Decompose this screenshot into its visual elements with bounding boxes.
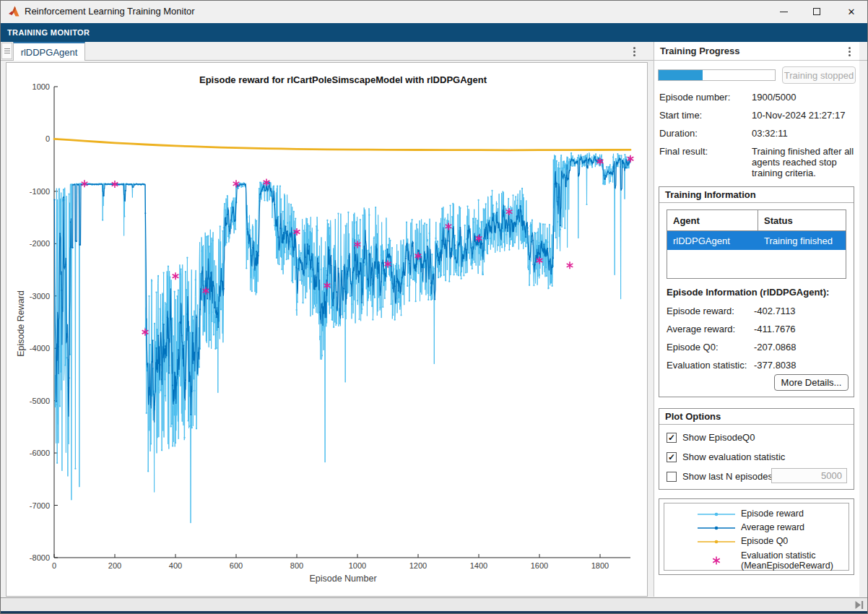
final-result-row: Final result: Training finished after al… — [659, 146, 856, 178]
episode-number-value: 1900/5000 — [752, 92, 856, 103]
svg-text:1000: 1000 — [349, 561, 366, 570]
average-reward-row: Average reward: -411.7676 — [667, 324, 849, 334]
agent-status-table: Agent Status rlDDPGAgentTraining finishe… — [667, 209, 846, 279]
start-time-value: 10-Nov-2024 21:27:17 — [752, 110, 856, 121]
duration-value: 03:32:11 — [752, 128, 856, 139]
episode-reward-row: Episode reward: -402.7113 — [667, 306, 849, 316]
status-column-header: Status — [758, 210, 846, 230]
last-n-episodes-input[interactable] — [771, 468, 847, 483]
legend-item-label: Episode reward — [741, 509, 804, 519]
tab-actions-menu-icon[interactable] — [629, 45, 639, 58]
close-icon: ✕ — [848, 7, 856, 17]
evaluation-statistic-row: Evaluation statistic: -377.8038 — [667, 360, 849, 371]
svg-text:1200: 1200 — [409, 561, 427, 570]
svg-text:400: 400 — [169, 561, 182, 570]
legend-box: Episode rewardAverage rewardEpisode Q0 E… — [664, 503, 849, 571]
svg-text:Episode reward for rlCartPoleS: Episode reward for rlCartPoleSimscapeMod… — [199, 74, 487, 85]
svg-text:-5000: -5000 — [30, 397, 50, 405]
final-result-value: Training finished after all agents reach… — [752, 146, 856, 178]
svg-text:1400: 1400 — [470, 561, 487, 570]
plot-option-show-last-n-episodes[interactable]: Show last N episodes — [667, 471, 773, 482]
svg-text:-4000: -4000 — [30, 344, 50, 353]
svg-text:-3000: -3000 — [30, 292, 50, 300]
close-button[interactable]: ✕ — [835, 0, 868, 23]
svg-text:Episode Reward: Episode Reward — [16, 290, 26, 357]
duration-label: Duration: — [659, 128, 752, 139]
training-progress-panel: Training Progress Training stopped Episo… — [654, 42, 859, 597]
plot-option-show-episodeq0[interactable]: ✓Show EpisodeQ0 — [667, 432, 755, 443]
svg-text:1600: 1600 — [531, 561, 548, 570]
training-plot-panel: Episode reward for rlCartPoleSimscapeMod… — [6, 62, 648, 597]
panel-actions-menu-icon[interactable] — [845, 46, 854, 58]
training-progress-header: Training Progress — [654, 42, 859, 61]
training-progress-bar — [658, 69, 776, 81]
window-title: Reinforcement Learning Training Monitor — [25, 0, 195, 23]
minimize-button[interactable] — [767, 0, 800, 23]
window-bottom-edge — [0, 611, 868, 614]
checkbox-checked-icon[interactable]: ✓ — [667, 452, 677, 462]
tab-rlddpgagent[interactable]: rlDDPGAgent — [13, 42, 85, 61]
episode-reward-value: -402.7113 — [754, 306, 796, 316]
training-information-panel: Training Information Agent Status rlDDPG… — [659, 186, 854, 397]
checkbox-unchecked-icon[interactable] — [667, 472, 677, 482]
agent-column-header: Agent — [667, 215, 758, 226]
svg-text:1000: 1000 — [32, 82, 50, 91]
svg-text:1800: 1800 — [591, 561, 609, 570]
average-reward-value: -411.7676 — [754, 324, 796, 334]
training-progress-bar-fill — [659, 70, 703, 80]
legend-item: Episode reward — [664, 507, 849, 521]
episode-reward-label: Episode reward: — [667, 306, 754, 316]
svg-text:-2000: -2000 — [30, 239, 50, 248]
episode-number-row: Episode number: 1900/5000 — [659, 92, 856, 103]
legend-item: Evaluation statistic (MeanEpisodeReward) — [664, 548, 849, 573]
episode-information-title: Episode Information (rlDDPGAgent): — [667, 287, 829, 298]
svg-text:-6000: -6000 — [30, 449, 50, 457]
toolstrip-ribbon: TRAINING MONITOR — [0, 23, 868, 42]
plot-options-title: Plot Options — [659, 409, 854, 425]
svg-text:-1000: -1000 — [30, 187, 50, 196]
final-result-label: Final result: — [659, 146, 752, 178]
episode-reward-chart: Episode reward for rlCartPoleSimscapeMod… — [6, 63, 647, 596]
training-progress-title: Training Progress — [660, 42, 740, 60]
average-reward-label: Average reward: — [667, 324, 754, 334]
plot-option-label: Show EpisodeQ0 — [682, 432, 755, 443]
legend-item-label: Average reward — [741, 522, 804, 532]
svg-text:0: 0 — [45, 134, 50, 143]
plot-options-panel: Plot Options ✓Show EpisodeQ0✓Show evalua… — [659, 408, 854, 490]
training-information-title: Training Information — [659, 187, 854, 203]
training-stopped-button[interactable]: Training stopped — [782, 66, 856, 84]
svg-text:Episode Number: Episode Number — [309, 574, 376, 584]
episode-q0-label: Episode Q0: — [667, 342, 754, 353]
expand-panel-icon[interactable] — [854, 600, 864, 610]
svg-text:0: 0 — [52, 561, 56, 570]
maximize-button[interactable] — [800, 0, 833, 23]
episode-q0-row: Episode Q0: -207.0868 — [667, 342, 849, 353]
minimize-icon — [780, 12, 788, 12]
table-row[interactable]: rlDDPGAgentTraining finished — [667, 231, 846, 250]
plot-option-show-evaluation-statistic[interactable]: ✓Show evaluation statistic — [667, 451, 785, 462]
document-bar-grip-icon[interactable] — [1, 43, 12, 59]
svg-text:200: 200 — [108, 561, 121, 570]
plot-option-label: Show last N episodes — [682, 471, 773, 482]
legend-item-label: Episode Q0 — [741, 536, 788, 546]
evaluation-statistic-value: -377.8038 — [754, 360, 797, 371]
svg-text:-8000: -8000 — [30, 553, 50, 562]
duration-row: Duration: 03:32:11 — [659, 128, 856, 139]
title-bar: Reinforcement Learning Training Monitor … — [0, 0, 868, 23]
maximize-icon — [813, 8, 820, 15]
start-time-row: Start time: 10-Nov-2024 21:27:17 — [659, 110, 856, 121]
svg-text:800: 800 — [290, 561, 303, 570]
start-time-label: Start time: — [659, 110, 752, 121]
evaluation-statistic-label: Evaluation statistic: — [667, 360, 754, 371]
more-details-button[interactable]: More Details... — [774, 374, 849, 391]
matlab-logo-icon — [8, 5, 21, 18]
checkbox-checked-icon[interactable]: ✓ — [667, 433, 677, 443]
plot-option-label: Show evaluation statistic — [682, 451, 785, 462]
legend-panel: Episode rewardAverage rewardEpisode Q0 E… — [659, 498, 854, 575]
bottom-status-strip — [0, 597, 868, 611]
doc-tab-label: rlDDPGAgent — [21, 47, 78, 58]
tab-training-monitor[interactable]: TRAINING MONITOR — [7, 23, 90, 42]
episode-q0-value: -207.0868 — [754, 342, 797, 353]
status-cell: Training finished — [758, 231, 846, 250]
agent-cell: rlDDPGAgent — [667, 235, 758, 246]
